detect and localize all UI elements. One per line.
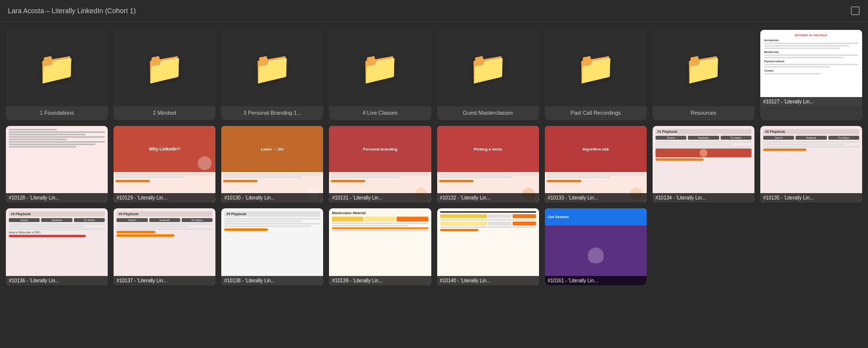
file-thumbnail: #5 Playbook #10138 - 'Literally Lin... [221, 208, 323, 285]
folder-thumbnail: 📁 [6, 30, 108, 106]
file-badge: #10131 - 'Literally Lin... [329, 193, 431, 202]
file-badge: #10137 - 'Literally Lin... [114, 276, 215, 285]
file-grid: 📁 1 Foundations 📁 2 Mindset 📁 3 Personal… [0, 22, 868, 293]
folder-icon: 📁 [684, 52, 723, 84]
file-thumbnail: Learn → DO #10130 - 'Literally Lin... [221, 126, 323, 202]
file-badge: #10134 - 'Literally Lin... [653, 193, 754, 202]
folder-thumbnail: 📁 [437, 30, 539, 106]
file-item[interactable]: #10128 - 'Literally Lin... [6, 126, 108, 202]
folder-label: Guest Masterclasses [437, 106, 539, 120]
app-title: Lara Acosta – Literally LinkedIn (Cohort… [8, 7, 136, 15]
file-thumbnail: #3 Playbook Search Duplicate Try Notion … [6, 208, 108, 285]
folder-icon: 📁 [37, 52, 76, 84]
file-thumbnail: #1 Playbook Search Duplicate Try Notion … [653, 126, 754, 202]
folder-item[interactable]: 📁 Guest Masterclasses [437, 30, 539, 120]
file-item[interactable]: Picking a niche #10132 - 'Literally Lin.… [437, 126, 539, 202]
folder-thumbnail: 📁 [653, 30, 754, 106]
folder-thumbnail: 📁 [221, 30, 323, 106]
folder-label: Resources [653, 106, 754, 120]
file-badge: #10129 - 'Literally Lin... [114, 193, 215, 202]
file-item[interactable]: #10140 - 'Literally Lin... [437, 208, 539, 285]
folder-icon: 📁 [469, 52, 508, 84]
folder-item[interactable]: 📁 Resources [653, 30, 754, 120]
file-item[interactable]: Personal branding #10131 - 'Literally Li… [329, 126, 431, 202]
file-item[interactable]: Learn → DO #10130 - 'Literally Lin... [221, 126, 323, 202]
app-header: Lara Acosta – Literally LinkedIn (Cohort… [0, 0, 868, 22]
file-item[interactable]: NOTHING IN THIS FILE! Introduction: Memb… [760, 30, 862, 120]
folder-label: Past Call Recordings [545, 106, 647, 120]
file-badge: #10136 - 'Literally Lin... [6, 276, 108, 285]
file-item[interactable]: #5 Playbook #10138 - 'Literally Lin... [221, 208, 323, 285]
folder-thumbnail: 📁 [114, 30, 215, 106]
file-badge: #10140 - 'Literally Lin... [437, 276, 539, 285]
file-item[interactable]: Why LinkedIn? #10129 - 'Literally Lin... [114, 126, 215, 202]
file-thumbnail: Picking a niche #10132 - 'Literally Lin.… [437, 126, 539, 202]
file-item[interactable]: #2 Playbook Search Duplicate Try Notion … [760, 126, 862, 202]
folder-label: 3 Personal Branding 1... [221, 106, 323, 120]
folder-icon: 📁 [360, 52, 399, 84]
folder-item[interactable]: 📁 Past Call Recordings [545, 30, 647, 120]
file-item[interactable]: #3 Playbook Search Duplicate Try Notion … [6, 208, 108, 285]
folder-label: 4 Live Classes [329, 106, 431, 120]
folder-item[interactable]: 📁 2 Mindset [114, 30, 215, 120]
doc-preview: NOTHING IN THIS FILE! Introduction: Memb… [760, 30, 862, 106]
file-item[interactable]: #1 Playbook Search Duplicate Try Notion … [653, 126, 754, 202]
folder-item[interactable]: 📁 1 Foundations [6, 30, 108, 120]
file-thumbnail: Personal branding #10131 - 'Literally Li… [329, 126, 431, 202]
file-thumbnail: #4 Playbook Search Duplicate Try Notion … [114, 208, 215, 285]
folder-label: 1 Foundations [6, 106, 108, 120]
file-thumbnail: #10140 - 'Literally Lin... [437, 208, 539, 285]
window-icon [850, 6, 860, 16]
file-badge: #10132 - 'Literally Lin... [437, 193, 539, 202]
file-thumbnail: #2 Playbook Search Duplicate Try Notion … [760, 126, 862, 202]
file-item[interactable]: Masterclass Material #10139 - 'Literally… [329, 208, 431, 285]
file-thumbnail: Algorithm talk #10133 - 'Literally Lin..… [545, 126, 647, 202]
file-badge: #10130 - 'Literally Lin... [221, 193, 323, 202]
file-thumbnail: NOTHING IN THIS FILE! Introduction: Memb… [760, 30, 862, 106]
folder-icon: 📁 [145, 52, 184, 84]
file-item[interactable]: Algorithm talk #10133 - 'Literally Lin..… [545, 126, 647, 202]
folder-label: 2 Mindset [114, 106, 215, 120]
file-thumbnail: #10128 - 'Literally Lin... [6, 126, 108, 202]
file-badge: #10138 - 'Literally Lin... [221, 276, 323, 285]
file-badge: #10128 - 'Literally Lin... [6, 193, 108, 202]
file-thumbnail: Why LinkedIn? #10129 - 'Literally Lin... [114, 126, 215, 202]
folder-icon: 📁 [253, 52, 292, 84]
file-thumbnail: Live Session #10161 - 'Literally Lin... [545, 208, 647, 285]
file-badge: #10127 - 'Literally Lin... [760, 97, 862, 106]
file-badge: #10133 - 'Literally Lin... [545, 193, 647, 202]
file-badge: #10139 - 'Literally Lin... [329, 276, 431, 285]
folder-icon: 📁 [576, 52, 615, 84]
file-badge: #10161 - 'Literally Lin... [545, 276, 647, 285]
folder-item[interactable]: 📁 3 Personal Branding 1... [221, 30, 323, 120]
svg-rect-0 [851, 7, 859, 15]
file-item[interactable]: Live Session #10161 - 'Literally Lin... [545, 208, 647, 285]
folder-thumbnail: 📁 [329, 30, 431, 106]
folder-thumbnail: 📁 [545, 30, 647, 106]
folder-item[interactable]: 📁 4 Live Classes [329, 30, 431, 120]
file-item[interactable]: #4 Playbook Search Duplicate Try Notion … [114, 208, 215, 285]
file-badge: #10135 - 'Literally Lin... [760, 193, 862, 202]
file-thumbnail: Masterclass Material #10139 - 'Literally… [329, 208, 431, 285]
